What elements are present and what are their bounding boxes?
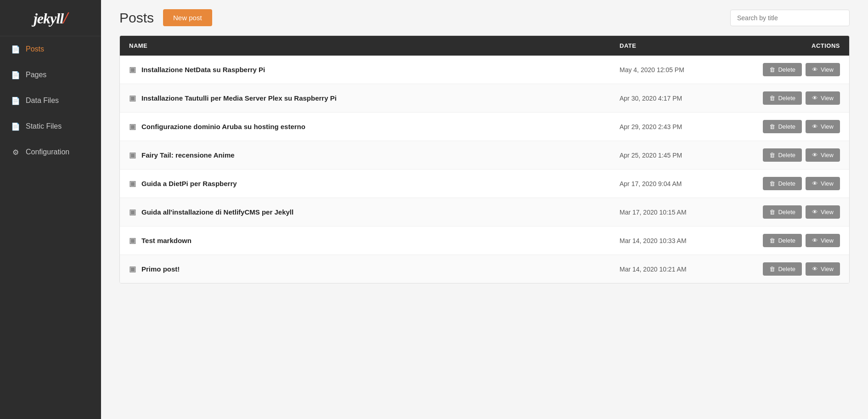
view-button[interactable]: 👁 View bbox=[806, 262, 840, 276]
sidebar-item-static-files[interactable]: 📄 Static Files bbox=[0, 113, 101, 139]
cell-date: Apr 17, 2020 9:04 AM bbox=[620, 180, 748, 187]
cell-name: ▣ Guida all'installazione di NetlifyCMS … bbox=[129, 208, 620, 216]
table-row: ▣ Test markdown Mar 14, 2020 10:33 AM 🗑 … bbox=[120, 226, 849, 255]
sidebar-item-configuration[interactable]: ⚙ Configuration bbox=[0, 139, 101, 165]
sidebar-label-posts: Posts bbox=[26, 45, 44, 53]
cell-name: ▣ Fairy Tail: recensione Anime bbox=[129, 151, 620, 159]
delete-button[interactable]: 🗑 Delete bbox=[763, 63, 802, 76]
delete-label: Delete bbox=[778, 180, 795, 187]
view-label: View bbox=[821, 123, 834, 130]
cell-name: ▣ Guida a DietPi per Raspberry bbox=[129, 179, 620, 188]
sidebar-label-static-files: Static Files bbox=[26, 122, 62, 130]
posts-table: NAME DATE ACTIONS ▣ Installazione NetDat… bbox=[119, 35, 850, 283]
view-button[interactable]: 👁 View bbox=[806, 120, 840, 133]
cell-name: ▣ Installazione NetData su Raspberry Pi bbox=[129, 65, 620, 74]
file-icon: ▣ bbox=[129, 65, 136, 74]
new-post-button[interactable]: New post bbox=[163, 9, 212, 26]
post-title: Primo post! bbox=[141, 265, 180, 273]
file-icon: ▣ bbox=[129, 179, 136, 188]
view-label: View bbox=[821, 180, 834, 187]
trash-icon: 🗑 bbox=[769, 209, 775, 215]
delete-button[interactable]: 🗑 Delete bbox=[763, 91, 802, 105]
view-button[interactable]: 👁 View bbox=[806, 63, 840, 76]
table-row: ▣ Installazione Tautulli per Media Serve… bbox=[120, 84, 849, 113]
post-title: Guida a DietPi per Raspberry bbox=[141, 180, 237, 187]
view-button[interactable]: 👁 View bbox=[806, 91, 840, 105]
table-row: ▣ Fairy Tail: recensione Anime Apr 25, 2… bbox=[120, 141, 849, 170]
file-icon: ▣ bbox=[129, 236, 136, 245]
cell-actions: 🗑 Delete 👁 View bbox=[748, 63, 840, 76]
delete-button[interactable]: 🗑 Delete bbox=[763, 120, 802, 133]
cell-actions: 🗑 Delete 👁 View bbox=[748, 148, 840, 162]
pages-icon: 📄 bbox=[11, 70, 20, 79]
cell-date: Apr 30, 2020 4:17 PM bbox=[620, 95, 748, 102]
sidebar-label-configuration: Configuration bbox=[26, 148, 69, 156]
delete-button[interactable]: 🗑 Delete bbox=[763, 177, 802, 190]
view-label: View bbox=[821, 152, 834, 159]
sidebar-item-pages[interactable]: 📄 Pages bbox=[0, 62, 101, 88]
cell-date: Mar 17, 2020 10:15 AM bbox=[620, 209, 748, 216]
eye-icon: 👁 bbox=[812, 266, 818, 272]
cell-actions: 🗑 Delete 👁 View bbox=[748, 91, 840, 105]
sidebar-label-data-files: Data Files bbox=[26, 96, 59, 105]
file-icon: ▣ bbox=[129, 208, 136, 216]
sidebar-label-pages: Pages bbox=[26, 71, 46, 79]
main-content: Posts New post NAME DATE ACTIONS ▣ Insta… bbox=[101, 0, 868, 419]
delete-button[interactable]: 🗑 Delete bbox=[763, 234, 802, 247]
cell-actions: 🗑 Delete 👁 View bbox=[748, 205, 840, 219]
eye-icon: 👁 bbox=[812, 237, 818, 244]
search-input[interactable] bbox=[730, 10, 850, 26]
view-button[interactable]: 👁 View bbox=[806, 177, 840, 190]
cell-name: ▣ Installazione Tautulli per Media Serve… bbox=[129, 94, 620, 102]
post-title: Fairy Tail: recensione Anime bbox=[141, 151, 235, 159]
table-row: ▣ Primo post! Mar 14, 2020 10:21 AM 🗑 De… bbox=[120, 255, 849, 283]
logo-brand: jekyll bbox=[34, 10, 63, 27]
cell-actions: 🗑 Delete 👁 View bbox=[748, 262, 840, 276]
cell-name: ▣ Configurazione dominio Aruba su hostin… bbox=[129, 122, 620, 131]
cell-date: Apr 29, 2020 2:43 PM bbox=[620, 123, 748, 130]
view-button[interactable]: 👁 View bbox=[806, 205, 840, 219]
cell-date: Mar 14, 2020 10:21 AM bbox=[620, 266, 748, 273]
sidebar-item-posts[interactable]: 📄 Posts bbox=[0, 36, 101, 62]
view-label: View bbox=[821, 209, 834, 215]
cell-date: Apr 25, 2020 1:45 PM bbox=[620, 152, 748, 159]
delete-label: Delete bbox=[778, 95, 795, 102]
eye-icon: 👁 bbox=[812, 123, 818, 130]
trash-icon: 🗑 bbox=[769, 237, 775, 244]
delete-label: Delete bbox=[778, 209, 795, 215]
trash-icon: 🗑 bbox=[769, 95, 775, 102]
eye-icon: 👁 bbox=[812, 152, 818, 159]
delete-label: Delete bbox=[778, 66, 795, 73]
configuration-icon: ⚙ bbox=[11, 147, 20, 157]
delete-button[interactable]: 🗑 Delete bbox=[763, 148, 802, 162]
cell-name: ▣ Primo post! bbox=[129, 265, 620, 273]
delete-label: Delete bbox=[778, 237, 795, 244]
cell-actions: 🗑 Delete 👁 View bbox=[748, 234, 840, 247]
delete-button[interactable]: 🗑 Delete bbox=[763, 262, 802, 276]
cell-name: ▣ Test markdown bbox=[129, 236, 620, 245]
sidebar-item-data-files[interactable]: 📄 Data Files bbox=[0, 88, 101, 113]
table-body: ▣ Installazione NetData su Raspberry Pi … bbox=[120, 56, 849, 283]
view-button[interactable]: 👁 View bbox=[806, 234, 840, 247]
page-title: Posts bbox=[119, 10, 154, 26]
trash-icon: 🗑 bbox=[769, 66, 775, 73]
cell-actions: 🗑 Delete 👁 View bbox=[748, 177, 840, 190]
delete-label: Delete bbox=[778, 152, 795, 159]
post-title: Test markdown bbox=[141, 237, 192, 244]
posts-icon: 📄 bbox=[11, 45, 20, 54]
table-row: ▣ Installazione NetData su Raspberry Pi … bbox=[120, 56, 849, 84]
logo-slash: / bbox=[63, 9, 68, 27]
table-row: ▣ Guida all'installazione di NetlifyCMS … bbox=[120, 198, 849, 226]
trash-icon: 🗑 bbox=[769, 180, 775, 187]
table-row: ▣ Guida a DietPi per Raspberry Apr 17, 2… bbox=[120, 170, 849, 198]
cell-date: Mar 14, 2020 10:33 AM bbox=[620, 237, 748, 244]
delete-button[interactable]: 🗑 Delete bbox=[763, 205, 802, 219]
view-label: View bbox=[821, 66, 834, 73]
col-header-date: DATE bbox=[620, 42, 748, 49]
eye-icon: 👁 bbox=[812, 66, 818, 73]
delete-label: Delete bbox=[778, 123, 795, 130]
eye-icon: 👁 bbox=[812, 209, 818, 215]
cell-actions: 🗑 Delete 👁 View bbox=[748, 120, 840, 133]
view-button[interactable]: 👁 View bbox=[806, 148, 840, 162]
view-label: View bbox=[821, 95, 834, 102]
